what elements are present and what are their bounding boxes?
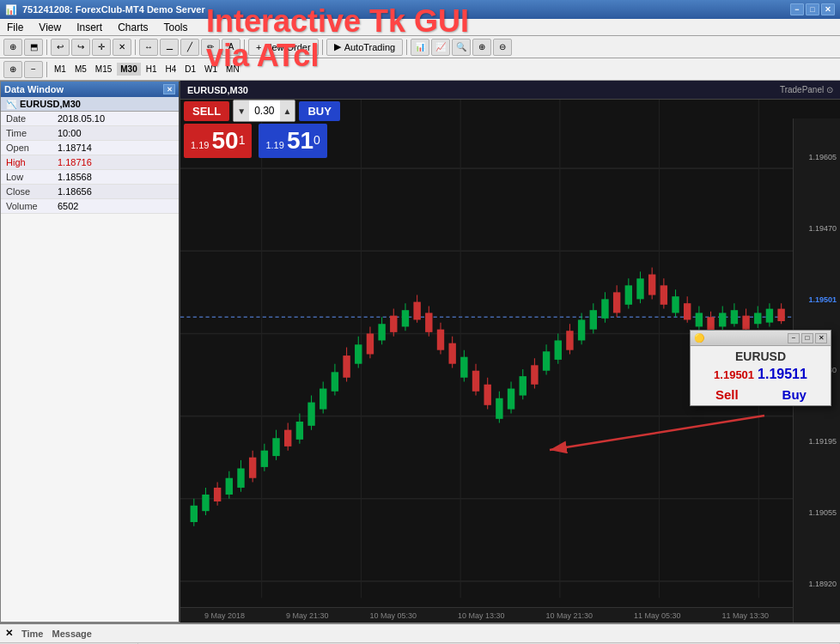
svg-rect-99	[684, 303, 691, 319]
sep-3	[244, 39, 245, 55]
new-order-button[interactable]: + New Order	[248, 39, 319, 56]
tf-mn[interactable]: MN	[222, 63, 243, 76]
time-label: 9 May 21:30	[286, 611, 329, 620]
tf-m30[interactable]: M30	[117, 63, 140, 76]
field-low-label: Low	[1, 170, 52, 185]
menu-charts[interactable]: Charts	[114, 20, 151, 35]
toolbar-btn-4[interactable]: ↪	[71, 39, 90, 56]
tf-w1[interactable]: W1	[201, 63, 221, 76]
svg-rect-27	[261, 451, 268, 467]
lot-increase-button[interactable]: ▲	[280, 100, 295, 121]
tp-minimize-button[interactable]: −	[788, 333, 800, 343]
sep-tf-1	[46, 62, 47, 77]
close-button[interactable]: ✕	[821, 3, 835, 15]
svg-rect-61	[460, 357, 467, 378]
trade-panel-popup: 🟡 − □ ✕ EURUSD 1.19501 1.19511 Sell Buy	[690, 330, 831, 406]
chart-header: EURUSD,M30 TradePanel ⊙	[180, 81, 840, 100]
toolbar-btn-6[interactable]: ✕	[113, 39, 131, 56]
tf-m1[interactable]: M1	[51, 63, 70, 76]
svg-rect-25	[249, 458, 256, 478]
lot-value: 0.30	[249, 105, 279, 117]
chart-panel-label: TradePanel ⊙	[780, 85, 833, 94]
toolbar-btn-14[interactable]: 🔍	[452, 39, 471, 56]
title-bar-controls: − □ ✕	[790, 3, 835, 15]
bid-price-display: 1.19 501	[184, 124, 252, 158]
big-price-display: 1.19 501 1.19 510	[184, 124, 327, 158]
svg-rect-45	[367, 333, 374, 354]
time-label: 9 May 2018	[204, 611, 245, 620]
maximize-button[interactable]: □	[806, 3, 819, 15]
lot-decrease-button[interactable]: ▼	[234, 100, 249, 121]
toolbar-btn-7[interactable]: ↔	[139, 39, 158, 56]
svg-rect-55	[425, 313, 432, 331]
menu-view[interactable]: View	[35, 20, 64, 35]
field-open-value: 1.18714	[52, 141, 179, 155]
tp-maximize-button[interactable]: □	[801, 333, 813, 343]
tp-buy-button[interactable]: Buy	[764, 387, 826, 402]
toolbar-btn-5[interactable]: ✛	[92, 39, 111, 56]
terminal-close-icon[interactable]: ✕	[5, 628, 13, 639]
data-window-title-text: Data Window	[4, 84, 64, 94]
toolbar-btn-9[interactable]: ╱	[180, 39, 199, 56]
tp-sell-button[interactable]: Sell	[696, 387, 758, 402]
tf-m5[interactable]: M5	[71, 63, 90, 76]
chart-buy-button[interactable]: BUY	[299, 101, 339, 121]
svg-rect-39	[332, 372, 338, 391]
field-high-value: 1.18716	[52, 155, 179, 170]
toolbar-btn-8[interactable]: ⚊	[160, 39, 179, 56]
tf-h1[interactable]: H1	[143, 63, 161, 76]
ask-sup: 0	[313, 133, 320, 147]
data-window-close-button[interactable]: ✕	[163, 84, 175, 94]
lot-control: ▼ 0.30 ▲	[233, 100, 295, 122]
svg-rect-73	[531, 365, 538, 384]
main-toolbar: ⊕ ⬒ ↩ ↪ ✛ ✕ ↔ ⚊ ╱ ✏ A + New Order ▶ Auto…	[0, 36, 840, 58]
tf-d1[interactable]: D1	[181, 63, 199, 76]
svg-rect-19	[214, 488, 221, 501]
menu-insert[interactable]: Insert	[73, 20, 106, 35]
toolbar-btn-1[interactable]: ⊕	[3, 39, 22, 56]
table-row: Low 1.18568	[1, 170, 179, 185]
svg-rect-87	[613, 292, 620, 313]
tf-h4[interactable]: H4	[162, 63, 180, 76]
svg-rect-57	[437, 330, 444, 350]
toolbar-btn-15[interactable]: ⊕	[472, 39, 491, 56]
auto-trading-icon: ▶	[334, 41, 341, 52]
svg-rect-47	[378, 324, 385, 340]
price-tick-current: 1.19501	[795, 295, 838, 304]
chart-area[interactable]: EURUSD,M30 TradePanel ⊙ SELL ▼ 0.30 ▲ BU…	[180, 81, 840, 623]
svg-rect-111	[754, 313, 761, 324]
toolbar-btn-11[interactable]: A	[222, 39, 240, 56]
toolbar-btn-16[interactable]: ⊖	[493, 39, 512, 56]
svg-rect-71	[520, 376, 527, 395]
tp-prices: 1.19501 1.19511	[691, 365, 831, 384]
minimize-button[interactable]: −	[790, 3, 804, 15]
tp-bid-price: 1.19501	[714, 368, 754, 381]
tp-close-button[interactable]: ✕	[815, 333, 827, 343]
sep-5	[406, 39, 407, 55]
field-volume-value: 6502	[52, 199, 179, 214]
toolbar-btn-12[interactable]: 📊	[411, 39, 429, 56]
price-tick: 1.19470	[795, 224, 838, 233]
terminal-col-message: Message	[52, 629, 91, 639]
auto-trading-button[interactable]: ▶ AutoTrading	[326, 39, 404, 56]
toolbar2-btn1[interactable]: ⊕	[3, 61, 22, 78]
svg-rect-43	[355, 344, 362, 363]
menu-tools[interactable]: Tools	[161, 20, 192, 35]
svg-rect-89	[625, 285, 632, 304]
time-label: 10 May 21:30	[545, 611, 593, 620]
tf-m15[interactable]: M15	[92, 63, 115, 76]
title-bar-left: 📊 751241208: ForexClub-MT4 Demo Server	[5, 4, 205, 15]
bid-sup: 1	[239, 133, 246, 147]
toolbar-btn-13[interactable]: 📈	[431, 39, 450, 56]
toolbar-btn-3[interactable]: ↩	[51, 39, 70, 56]
menu-bar: File View Insert Charts Tools Interactiv…	[0, 19, 840, 36]
chart-sell-button[interactable]: SELL	[184, 101, 229, 121]
app-icon: 📊	[5, 4, 17, 15]
field-open-label: Open	[1, 141, 52, 155]
toolbar-btn-2[interactable]: ⬒	[24, 39, 43, 56]
svg-rect-91	[636, 278, 643, 299]
toolbar-btn-10[interactable]: ✏	[201, 39, 220, 56]
menu-file[interactable]: File	[3, 20, 27, 35]
price-tick: 1.19195	[795, 437, 838, 446]
toolbar2-btn2[interactable]: −	[24, 61, 43, 78]
